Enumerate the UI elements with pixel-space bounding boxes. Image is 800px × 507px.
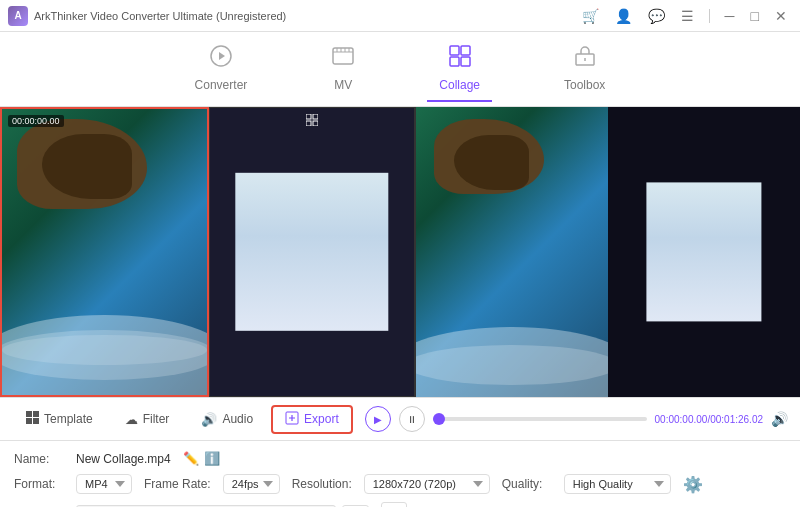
pause-button[interactable]: ⏸ [399, 406, 425, 432]
mv-icon [331, 44, 355, 74]
framerate-label: Frame Rate: [144, 477, 211, 491]
name-icons: ✏️ ℹ️ [183, 451, 220, 466]
menu-icon[interactable]: ☰ [676, 6, 699, 26]
total-time: 00:01:26.02 [710, 414, 763, 425]
titlebar-left: A ArkThinker Video Converter Ultimate (U… [8, 6, 286, 26]
cart-icon[interactable]: 🛒 [577, 6, 604, 26]
toolbox-label: Toolbox [564, 78, 605, 92]
mv-label: MV [334, 78, 352, 92]
collage-editor: 00:00:00.00 [0, 107, 415, 397]
placeholder-img-inner [235, 173, 388, 331]
template-icon [26, 411, 39, 427]
tab-collage[interactable]: Collage [427, 36, 492, 102]
progress-thumb[interactable] [433, 413, 445, 425]
svg-rect-16 [306, 121, 311, 126]
info-name-icon[interactable]: ℹ️ [204, 451, 220, 466]
export-label: Export [304, 412, 339, 426]
audio-icon: 🔊 [201, 412, 217, 427]
preview-cell-1 [416, 107, 608, 397]
main-video-area: 00:00:00.00 [0, 107, 800, 397]
settings-panel: Name: New Collage.mp4 ✏️ ℹ️ Format: MP4 … [0, 441, 800, 507]
converter-icon [209, 44, 233, 74]
tab-export[interactable]: Export [271, 405, 353, 434]
svg-rect-11 [461, 57, 470, 66]
titlebar-controls: 🛒 👤 💬 ☰ ─ □ ✕ [577, 6, 792, 26]
format-label: Format: [14, 477, 64, 491]
svg-rect-21 [33, 418, 39, 424]
separator [709, 9, 710, 23]
placeholder-img [235, 173, 388, 331]
svg-rect-9 [461, 46, 470, 55]
edit-name-icon[interactable]: ✏️ [183, 451, 199, 466]
timestamp-1: 00:00:00.00 [8, 115, 64, 127]
collage-label: Collage [439, 78, 480, 92]
titlebar: A ArkThinker Video Converter Ultimate (U… [0, 0, 800, 32]
resolution-select[interactable]: 1280x720 (720p) 1920x1080 (1080p) [364, 474, 490, 494]
close-icon[interactable]: ✕ [770, 6, 792, 26]
tab-template[interactable]: Template [12, 405, 107, 433]
wave-3 [2, 335, 207, 365]
app-logo: A [8, 6, 28, 26]
play-button[interactable]: ▶ [365, 406, 391, 432]
person-icon[interactable]: 👤 [610, 6, 637, 26]
collage-cell-1[interactable]: 00:00:00.00 [0, 107, 209, 397]
settings-row-name: Name: New Collage.mp4 ✏️ ℹ️ [14, 451, 786, 466]
chat-icon[interactable]: 💬 [643, 6, 670, 26]
svg-rect-2 [333, 48, 353, 64]
audio-label: Audio [222, 412, 253, 426]
tab-converter[interactable]: Converter [183, 36, 260, 102]
collage-icon [448, 44, 472, 74]
name-value: New Collage.mp4 [76, 452, 171, 466]
progress-bar[interactable] [433, 417, 647, 421]
grid-icon [306, 114, 318, 129]
template-label: Template [44, 412, 93, 426]
current-time: 00:00:00.00 [655, 414, 708, 425]
filter-label: Filter [143, 412, 170, 426]
minimize-icon[interactable]: ─ [720, 6, 740, 26]
tab-mv[interactable]: MV [319, 36, 367, 102]
maximize-icon[interactable]: □ [746, 6, 764, 26]
name-label: Name: [14, 452, 64, 466]
svg-rect-18 [26, 411, 32, 417]
nav-tabs: Converter MV Collage Toolbox [0, 32, 800, 107]
svg-rect-14 [306, 114, 311, 119]
svg-rect-8 [450, 46, 459, 55]
svg-marker-1 [219, 52, 225, 60]
quality-label: Quality: [502, 477, 552, 491]
export-icon [285, 411, 299, 428]
preview-placeholder-inner [646, 182, 761, 321]
format-select[interactable]: MP4 MOV AVI [76, 474, 132, 494]
collage-cell-2[interactable] [209, 107, 416, 397]
settings-row-format: Format: MP4 MOV AVI Frame Rate: 24fps 30… [14, 474, 786, 494]
converter-label: Converter [195, 78, 248, 92]
preview-placeholder [646, 182, 761, 321]
folder-icon-button[interactable] [381, 502, 407, 507]
quality-settings-icon[interactable]: ⚙️ [683, 475, 703, 494]
resolution-label: Resolution: [292, 477, 352, 491]
app-title: ArkThinker Video Converter Ultimate (Unr… [34, 10, 286, 22]
preview-wave-2 [416, 345, 608, 385]
preview-bg-1 [416, 107, 608, 397]
preview-cell-2 [608, 107, 800, 397]
toolbar: Template ☁ Filter 🔊 Audio Export ▶ ⏸ 00:… [0, 397, 800, 441]
svg-rect-17 [313, 121, 318, 126]
svg-rect-15 [313, 114, 318, 119]
time-display: 00:00:00.00/00:01:26.02 [655, 414, 763, 425]
svg-rect-20 [26, 418, 32, 424]
framerate-select[interactable]: 24fps 30fps 60fps [223, 474, 280, 494]
tab-toolbox[interactable]: Toolbox [552, 36, 617, 102]
quality-select[interactable]: High Quality Medium Quality Low Quality [564, 474, 671, 494]
tab-filter[interactable]: ☁ Filter [111, 406, 184, 433]
tab-audio[interactable]: 🔊 Audio [187, 406, 267, 433]
volume-icon[interactable]: 🔊 [771, 411, 788, 427]
filter-icon: ☁ [125, 412, 138, 427]
toolbox-icon [573, 44, 597, 74]
video-bg-1 [2, 109, 207, 395]
playback-controls: ▶ ⏸ 00:00:00.00/00:01:26.02 🔊 [365, 406, 788, 432]
svg-rect-10 [450, 57, 459, 66]
settings-row-saveto: Save to: D:\ArkThinker\ArkThinker ...Ult… [14, 502, 786, 507]
svg-rect-19 [33, 411, 39, 417]
preview-panel [415, 107, 800, 397]
